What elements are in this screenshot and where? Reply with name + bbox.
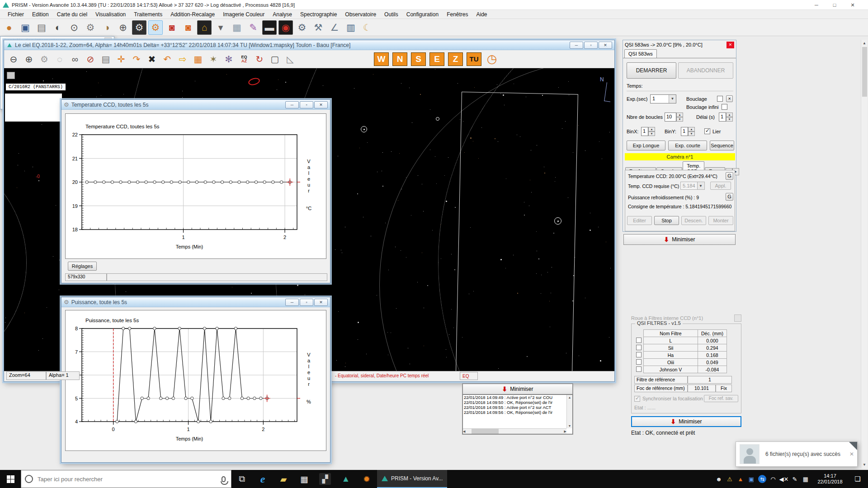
reduce-view-icon[interactable]: ✖ [145,52,159,66]
minimize-icon[interactable]: ─ [285,299,299,306]
stop-button[interactable]: Stop [654,216,679,225]
realtime-clock-icon[interactable]: ◷ [485,52,499,66]
celestial-sphere-icon[interactable]: ◌ [53,52,66,66]
image-window-icon[interactable]: ▤ [34,20,49,35]
zoom-in-icon[interactable]: ⊕ [22,52,36,66]
direction-button-z[interactable]: Z [448,52,463,66]
maximize-icon[interactable]: ▫ [584,42,598,49]
target-icon[interactable]: ◉ [278,20,293,35]
exp-select[interactable]: 1▼ [650,94,676,103]
reglages-button[interactable]: Réglages [68,262,97,271]
minimize-icon[interactable]: ─ [285,101,299,108]
settings-gears-icon[interactable]: ⚙ [83,20,98,35]
scroll-up-icon[interactable]: ▲ [567,395,572,400]
edge-browser-icon[interactable]: e [252,470,273,488]
angle-icon[interactable]: ∠ [327,20,342,35]
close-icon[interactable]: ✕ [726,42,734,48]
scroll-up-icon[interactable]: ▲ [861,40,868,47]
direction-button-tu[interactable]: TU [467,52,481,66]
sync-focus-checkbox[interactable] [634,396,640,402]
scroll-left-icon[interactable]: ◀ [463,429,465,434]
search-input[interactable] [38,476,222,483]
zoom-out-icon[interactable]: ⊖ [7,52,20,66]
zoom-icon[interactable]: ⊙ [67,20,81,35]
scroll-thumb[interactable] [862,47,867,97]
sequence-button[interactable]: Sequence [710,141,734,150]
direction-button-s[interactable]: S [411,52,426,66]
close-icon[interactable]: ✕ [314,101,328,108]
edit-button[interactable]: Editer [627,216,652,225]
calculator-icon[interactable]: ▦ [294,470,315,488]
bouclage-checkbox[interactable] [717,96,723,102]
save-focus-button[interactable]: Foc ref. sav. [704,395,738,402]
close-icon[interactable]: ✕ [844,0,862,10]
people-icon[interactable]: ☻ [713,470,724,488]
scroll-thumb[interactable] [472,429,499,434]
biny-stepper[interactable]: 1▲▼ [681,127,695,136]
photos-icon[interactable]: ▞ [315,470,335,488]
log-list[interactable]: 22/01/2018 14:09:49 : Active port n°2 su… [462,394,573,434]
direction-button-e[interactable]: E [429,52,444,66]
camera-orange-icon[interactable]: ◙ [181,20,195,35]
qsi-titlebar[interactable]: QSI 583ws -> 20.0°C [9% , 20.0°C] ✕ [623,40,736,49]
loops-stepper[interactable]: 10▲▼ [665,113,683,122]
filter-panel-button[interactable] [734,314,741,322]
descend-button[interactable]: Descen. [681,216,706,225]
filter-checkbox[interactable] [636,359,642,365]
direction-button-w[interactable]: W [374,52,389,66]
hide-object-icon[interactable]: ⊘ [84,52,97,66]
scroll-down-icon[interactable]: ▼ [567,423,572,428]
minimize-log-button[interactable]: ⬇ Minimiser [462,384,573,394]
menu-spectrographie[interactable]: Spectrographie [296,10,341,19]
active-task-button[interactable]: PRISM - Version Av... [377,470,447,488]
open-file-icon[interactable]: ● [2,20,16,35]
expand-view-icon[interactable]: ✛ [114,52,128,66]
lier-checkbox[interactable] [704,128,710,134]
vlc-icon[interactable]: ▲ [735,470,746,488]
save-icon[interactable]: ▣ [18,20,33,35]
menu-observatoire[interactable]: Observatoire [341,10,380,19]
prism-app-icon[interactable]: ▲ [335,470,356,488]
start-button[interactable] [0,470,21,488]
menu-fichier[interactable]: Fichier [4,10,28,19]
scroll-down-icon[interactable]: ▼ [861,461,868,468]
process-icon[interactable]: ⚙ [132,20,146,35]
tools-icon[interactable]: ⚒ [311,20,326,35]
menu-outils[interactable]: Outils [380,10,402,19]
flip-view-icon[interactable]: ↷ [130,52,143,66]
minimize-icon[interactable]: ─ [570,42,583,49]
palette-icon[interactable]: ✎ [246,20,260,35]
screen-icon[interactable]: ▬ [262,20,277,35]
camera-red-icon[interactable]: ◙ [165,20,179,35]
close-icon[interactable]: ✕ [314,299,328,306]
menu-addition-recalage[interactable]: Addition-Recalage [166,10,219,19]
action-center-icon[interactable]: ❏ [849,470,866,488]
menu-aide[interactable]: Aide [472,10,491,19]
filter-checkbox[interactable] [636,366,642,372]
maximize-icon[interactable]: ▫ [300,101,313,108]
menu-configuration[interactable]: Configuration [402,10,443,19]
filter-checkbox[interactable] [636,345,642,350]
temp-graph-button[interactable]: G [726,172,733,180]
teamviewer-icon[interactable]: ⇆ [757,470,768,488]
required-temp-select[interactable]: 5.184▼ [680,182,705,190]
file-explorer-icon[interactable]: ▰ [273,470,294,488]
filter-checkbox[interactable] [636,352,642,357]
night-mode-icon[interactable]: ◐ [51,20,65,35]
constellation-icon[interactable]: ✻ [222,52,236,66]
tab-qsi-583ws[interactable]: QSI 583ws [624,49,657,58]
scroll-right-icon[interactable]: ▶ [564,429,566,434]
menu-imagerie-couleur[interactable]: Imagerie Couleur [219,10,269,19]
finder-icon[interactable]: ⊕ [116,20,130,35]
histogram-icon[interactable]: ▥ [344,20,358,35]
minimize-icon[interactable]: ─ [807,0,826,10]
power-window-titlebar[interactable]: ⚙ Puissance, toute les 5s ─▫✕ [61,297,330,307]
long-exposure-button[interactable]: Exp Longue [627,141,665,150]
dock-scrollbar[interactable]: ▲ ▼ [861,40,868,468]
log-vertical-scrollbar[interactable]: ▲▼ [566,395,572,428]
filter-checkbox[interactable] [636,338,642,343]
minimize-qsi-button[interactable]: ⬇ Minimiser [623,234,736,245]
raise-button[interactable]: Monter [708,216,733,225]
menu-traitements[interactable]: Traitements [130,10,166,19]
select-region-icon[interactable]: ▢ [268,52,282,66]
